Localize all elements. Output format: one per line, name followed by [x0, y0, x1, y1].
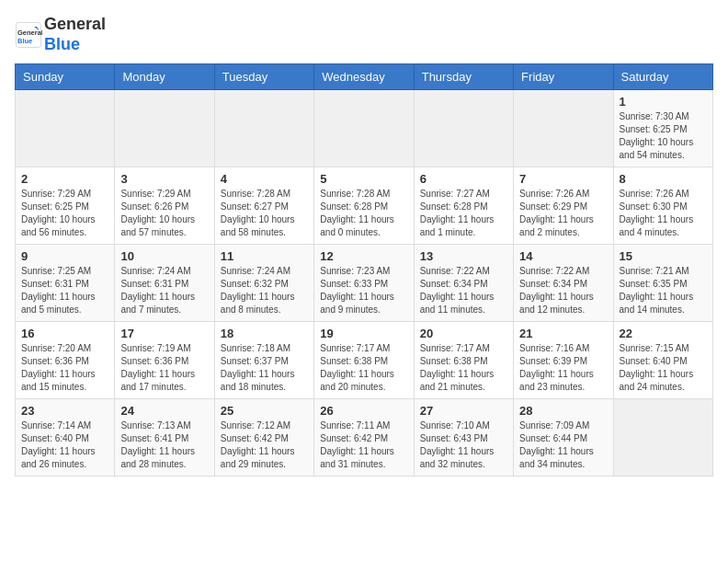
day-number: 5: [320, 172, 407, 186]
calendar-cell: 23Sunrise: 7:14 AM Sunset: 6:40 PM Dayli…: [16, 399, 115, 477]
day-number: 16: [21, 327, 108, 340]
day-number: 6: [420, 172, 507, 186]
day-number: 19: [320, 327, 407, 340]
day-number: 18: [221, 327, 308, 340]
calendar-cell: 12Sunrise: 7:23 AM Sunset: 6:33 PM Dayli…: [314, 245, 414, 322]
day-info: Sunrise: 7:29 AM Sunset: 6:26 PM Dayligh…: [120, 188, 208, 239]
calendar-cell: 8Sunrise: 7:26 AM Sunset: 6:30 PM Daylig…: [613, 167, 712, 245]
day-info: Sunrise: 7:17 AM Sunset: 6:38 PM Dayligh…: [320, 342, 407, 394]
day-number: 1: [620, 95, 707, 109]
calendar-cell: 24Sunrise: 7:13 AM Sunset: 6:41 PM Dayli…: [115, 399, 214, 477]
day-info: Sunrise: 7:13 AM Sunset: 6:41 PM Dayligh…: [120, 419, 208, 471]
day-number: 23: [21, 404, 108, 418]
day-info: Sunrise: 7:14 AM Sunset: 6:40 PM Dayligh…: [21, 419, 108, 471]
calendar-cell: 7Sunrise: 7:26 AM Sunset: 6:29 PM Daylig…: [514, 167, 613, 245]
column-header-saturday: Saturday: [613, 64, 712, 90]
day-number: 11: [221, 249, 308, 263]
calendar-cell: 2Sunrise: 7:29 AM Sunset: 6:25 PM Daylig…: [16, 167, 115, 245]
day-info: Sunrise: 7:15 AM Sunset: 6:40 PM Dayligh…: [620, 342, 707, 394]
calendar-cell: 28Sunrise: 7:09 AM Sunset: 6:44 PM Dayli…: [514, 399, 613, 477]
calendar-week-4: 23Sunrise: 7:14 AM Sunset: 6:40 PM Dayli…: [16, 399, 713, 477]
calendar-cell: 27Sunrise: 7:10 AM Sunset: 6:43 PM Dayli…: [414, 399, 513, 477]
day-info: Sunrise: 7:16 AM Sunset: 6:39 PM Dayligh…: [519, 342, 607, 394]
day-number: 15: [620, 249, 707, 263]
day-info: Sunrise: 7:28 AM Sunset: 6:27 PM Dayligh…: [221, 188, 308, 239]
day-info: Sunrise: 7:18 AM Sunset: 6:37 PM Dayligh…: [221, 342, 308, 394]
day-info: Sunrise: 7:25 AM Sunset: 6:31 PM Dayligh…: [21, 265, 108, 316]
day-number: 8: [620, 172, 707, 186]
logo-text: General Blue: [44, 15, 106, 54]
day-number: 21: [519, 327, 607, 340]
calendar-week-2: 9Sunrise: 7:25 AM Sunset: 6:31 PM Daylig…: [16, 245, 713, 322]
calendar-week-3: 16Sunrise: 7:20 AM Sunset: 6:36 PM Dayli…: [16, 322, 713, 399]
calendar-cell: 25Sunrise: 7:12 AM Sunset: 6:42 PM Dayli…: [214, 399, 313, 477]
day-info: Sunrise: 7:24 AM Sunset: 6:31 PM Dayligh…: [120, 265, 208, 316]
day-info: Sunrise: 7:12 AM Sunset: 6:42 PM Dayligh…: [221, 419, 308, 471]
day-number: 24: [120, 404, 208, 418]
logo: General Blue General Blue: [15, 15, 106, 54]
day-number: 14: [519, 249, 607, 263]
calendar-cell: [613, 399, 712, 477]
day-number: 10: [120, 249, 208, 263]
day-info: Sunrise: 7:21 AM Sunset: 6:35 PM Dayligh…: [620, 265, 707, 316]
calendar-cell: 18Sunrise: 7:18 AM Sunset: 6:37 PM Dayli…: [214, 322, 313, 399]
day-number: 3: [120, 172, 208, 186]
calendar-header-row: SundayMondayTuesdayWednesdayThursdayFrid…: [16, 64, 713, 90]
calendar-cell: 17Sunrise: 7:19 AM Sunset: 6:36 PM Dayli…: [115, 322, 214, 399]
calendar-cell: 15Sunrise: 7:21 AM Sunset: 6:35 PM Dayli…: [613, 245, 712, 322]
logo-icon: General Blue: [15, 21, 42, 49]
day-number: 4: [221, 172, 308, 186]
column-header-monday: Monday: [115, 64, 214, 90]
calendar-cell: [414, 90, 513, 167]
day-number: 12: [320, 249, 407, 263]
column-header-wednesday: Wednesday: [314, 64, 414, 90]
day-number: 2: [21, 172, 108, 186]
day-number: 25: [221, 404, 308, 418]
day-info: Sunrise: 7:26 AM Sunset: 6:30 PM Dayligh…: [620, 188, 707, 239]
day-number: 9: [21, 249, 108, 263]
day-number: 26: [320, 404, 407, 418]
calendar-cell: 19Sunrise: 7:17 AM Sunset: 6:38 PM Dayli…: [314, 322, 414, 399]
column-header-thursday: Thursday: [414, 64, 513, 90]
day-number: 22: [620, 327, 707, 340]
calendar-cell: 5Sunrise: 7:28 AM Sunset: 6:28 PM Daylig…: [314, 167, 414, 245]
header: General Blue General Blue: [15, 15, 713, 54]
day-info: Sunrise: 7:30 AM Sunset: 6:25 PM Dayligh…: [620, 110, 707, 162]
calendar-cell: 11Sunrise: 7:24 AM Sunset: 6:32 PM Dayli…: [214, 245, 313, 322]
day-number: 28: [519, 404, 607, 418]
calendar-cell: 3Sunrise: 7:29 AM Sunset: 6:26 PM Daylig…: [115, 167, 214, 245]
day-info: Sunrise: 7:28 AM Sunset: 6:28 PM Dayligh…: [320, 188, 407, 239]
day-info: Sunrise: 7:26 AM Sunset: 6:29 PM Dayligh…: [519, 188, 607, 239]
calendar-cell: 9Sunrise: 7:25 AM Sunset: 6:31 PM Daylig…: [16, 245, 115, 322]
day-info: Sunrise: 7:24 AM Sunset: 6:32 PM Dayligh…: [221, 265, 308, 316]
calendar: SundayMondayTuesdayWednesdayThursdayFrid…: [15, 63, 713, 477]
calendar-cell: [214, 90, 313, 167]
calendar-cell: 10Sunrise: 7:24 AM Sunset: 6:31 PM Dayli…: [115, 245, 214, 322]
calendar-cell: [16, 90, 115, 167]
column-header-sunday: Sunday: [16, 64, 115, 90]
day-info: Sunrise: 7:17 AM Sunset: 6:38 PM Dayligh…: [420, 342, 507, 394]
day-info: Sunrise: 7:20 AM Sunset: 6:36 PM Dayligh…: [21, 342, 108, 394]
day-info: Sunrise: 7:19 AM Sunset: 6:36 PM Dayligh…: [120, 342, 208, 394]
day-number: 17: [120, 327, 208, 340]
day-number: 20: [420, 327, 507, 340]
svg-text:Blue: Blue: [17, 37, 32, 45]
column-header-friday: Friday: [514, 64, 613, 90]
day-info: Sunrise: 7:09 AM Sunset: 6:44 PM Dayligh…: [519, 419, 607, 471]
day-info: Sunrise: 7:23 AM Sunset: 6:33 PM Dayligh…: [320, 265, 407, 316]
day-info: Sunrise: 7:27 AM Sunset: 6:28 PM Dayligh…: [420, 188, 507, 239]
day-info: Sunrise: 7:22 AM Sunset: 6:34 PM Dayligh…: [420, 265, 507, 316]
calendar-cell: 13Sunrise: 7:22 AM Sunset: 6:34 PM Dayli…: [414, 245, 513, 322]
day-number: 13: [420, 249, 507, 263]
day-number: 27: [420, 404, 507, 418]
day-info: Sunrise: 7:22 AM Sunset: 6:34 PM Dayligh…: [519, 265, 607, 316]
day-number: 7: [519, 172, 607, 186]
calendar-week-1: 2Sunrise: 7:29 AM Sunset: 6:25 PM Daylig…: [16, 167, 713, 245]
calendar-cell: 21Sunrise: 7:16 AM Sunset: 6:39 PM Dayli…: [514, 322, 613, 399]
calendar-cell: 6Sunrise: 7:27 AM Sunset: 6:28 PM Daylig…: [414, 167, 513, 245]
day-info: Sunrise: 7:11 AM Sunset: 6:42 PM Dayligh…: [320, 419, 407, 471]
calendar-week-0: 1Sunrise: 7:30 AM Sunset: 6:25 PM Daylig…: [16, 90, 713, 167]
calendar-cell: 22Sunrise: 7:15 AM Sunset: 6:40 PM Dayli…: [613, 322, 712, 399]
calendar-cell: 20Sunrise: 7:17 AM Sunset: 6:38 PM Dayli…: [414, 322, 513, 399]
calendar-cell: 14Sunrise: 7:22 AM Sunset: 6:34 PM Dayli…: [514, 245, 613, 322]
